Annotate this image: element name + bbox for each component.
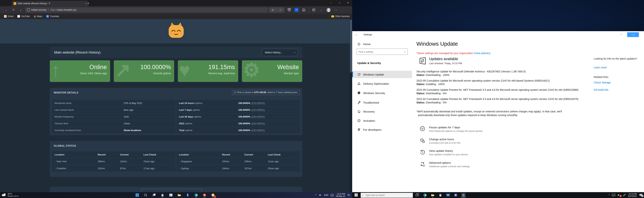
store-icon[interactable] (160, 193, 165, 197)
downloads-icon[interactable]: ↓ (319, 8, 324, 12)
check-storage-link[interactable]: Check Storage (594, 81, 611, 84)
volume-icon[interactable] (319, 194, 322, 196)
select-history-dropdown[interactable]: Select History... ▾ (262, 49, 298, 56)
task-view-button[interactable] (415, 193, 420, 197)
settings-gear-icon[interactable] (461, 193, 466, 197)
bookmark-gmail[interactable]: M Gmail (4, 15, 13, 18)
start-button[interactable] (354, 193, 358, 197)
new-tab-button[interactable]: + (88, 2, 89, 5)
find-a-setting-input[interactable] (357, 50, 404, 53)
bitwarden-extension-icon[interactable]: 🛡 (294, 8, 299, 12)
settings-minimize-button[interactable]: – (620, 33, 622, 36)
tray-chevron-up-icon[interactable]: ^ (315, 194, 316, 196)
taskbar-search-box[interactable]: ⌕ (360, 193, 413, 198)
store-icon[interactable] (438, 193, 442, 197)
read-aloud-icon[interactable]: A) (272, 9, 274, 11)
taskbar-search-input[interactable] (365, 194, 413, 197)
wrench-icon (357, 101, 360, 104)
remote-desktop-icon[interactable] (202, 193, 207, 197)
url-scheme: https:// (50, 9, 58, 11)
clock-right[interactable]: 10:15 PM5/27/2022 (628, 193, 637, 197)
sidebar-item-for-developers[interactable]: For developers (352, 126, 412, 133)
clock-left[interactable]: 12:15 PM28-May-22 (336, 193, 345, 197)
other-favorites[interactable]: Other favorites (329, 15, 350, 18)
search-highlight-box[interactable]: ⌕| (627, 32, 639, 37)
your-phone-icon[interactable] (186, 193, 190, 197)
addressbar-tools: A) ☆ (269, 7, 284, 13)
tab-close-icon[interactable]: × (85, 2, 87, 5)
learn-more-link[interactable]: Learn more (594, 66, 607, 69)
aside-looking-text: Looking for info on the latest updates? (594, 57, 640, 60)
refresh-icon[interactable]: ↻ (10, 8, 17, 12)
monitor-details-title: MONITOR DETAILS (54, 91, 78, 94)
show-locations-link[interactable]: Show locations (124, 129, 141, 132)
bookmark-translate[interactable]: G Translate (46, 15, 59, 18)
youtube-icon (18, 15, 20, 18)
recovery-icon (357, 110, 360, 113)
close-button[interactable]: ✕ (344, 0, 352, 6)
sidebar-item-recovery[interactable]: Recovery (352, 108, 412, 115)
view-policies-link[interactable]: (View policies) (474, 52, 490, 55)
network-icon[interactable] (612, 194, 615, 196)
file-explorer-icon[interactable] (430, 193, 435, 197)
favorite-star-icon[interactable]: ☆ (280, 9, 282, 11)
change-active-hours-action[interactable]: Change active hours Currently 8:00 AM to… (429, 138, 460, 144)
ublock-extension-icon[interactable]: UO (287, 8, 292, 12)
file-explorer-icon[interactable] (177, 193, 182, 197)
extensions-puzzle-icon[interactable] (302, 8, 306, 12)
advanced-options-icon (420, 161, 425, 167)
os-build-info-link[interactable]: OS build info (594, 88, 608, 91)
browser-tab[interactable]: Main website (Recent History) - F × (12, 1, 88, 6)
back-arrow-icon[interactable]: ← (355, 33, 358, 36)
view-update-history-action[interactable]: View update history See updates installe… (429, 149, 468, 156)
sidebar-item-home[interactable]: Home (352, 40, 412, 48)
mail-icon[interactable] (446, 193, 450, 197)
sidebar-item-windows-security[interactable]: Windows Security (352, 89, 412, 96)
task-view-button[interactable] (152, 193, 156, 197)
teams-icon[interactable] (454, 193, 458, 197)
sidebar-item-activation[interactable]: Activation (352, 117, 412, 124)
uptime-row: Last 7 days uptime:100.0000%(100.0000%) (176, 107, 300, 114)
discord-icon[interactable] (211, 193, 215, 197)
scrollbar-thumb[interactable] (350, 20, 352, 73)
up-status-icon: ↑ (179, 160, 180, 163)
advanced-options-action[interactable]: Advanced options Additional update contr… (429, 161, 470, 168)
weather-widget[interactable]: 32°Cมีแดดบางส่วน (2, 193, 18, 197)
start-button[interactable] (135, 193, 140, 197)
back-icon[interactable]: ← (2, 9, 10, 12)
detail-row: Currently monitored from:Show locations (52, 127, 176, 134)
keyboard-icon[interactable] (330, 194, 334, 196)
sidebar-item-windows-update[interactable]: Windows Update (352, 71, 412, 78)
browser-menu-icon[interactable]: ⋯ (334, 8, 338, 12)
settings-title: Settings (364, 33, 372, 36)
updates-available-icon (418, 57, 426, 65)
sync-icon (357, 73, 360, 76)
restore-button[interactable]: □ (335, 0, 344, 6)
page-scrollbar[interactable] (350, 19, 352, 192)
collections-icon[interactable] (312, 8, 316, 12)
tray-chevron-up-icon[interactable]: ^ (609, 194, 610, 196)
settings-window: ← Settings – ⌕| Home ⌕ Update & Security… (352, 31, 644, 192)
people-icon[interactable] (347, 194, 350, 196)
edge-icon[interactable] (423, 193, 427, 197)
find-a-setting-search[interactable]: ⌕ (356, 49, 408, 55)
action-center-icon[interactable]: 1 (639, 193, 642, 196)
bookmark-maps[interactable]: Maps (34, 15, 42, 18)
sidebar-item-troubleshoot[interactable]: Troubleshoot (352, 99, 412, 106)
volume-muted-icon[interactable]: ✕ (618, 194, 620, 196)
minimize-button[interactable]: – (327, 0, 335, 6)
pause-updates-action[interactable]: Pause updates for 7 days Visit Advanced … (429, 126, 482, 132)
taskbar-left-monitor: 32°Cมีแดดบางส่วน ^ ENG 12:15 PM28-May-22 (0, 192, 352, 198)
edge-icon[interactable] (194, 193, 198, 197)
photos-icon[interactable] (169, 193, 173, 197)
address-bar[interactable]: Added security | https://status.breadtm.… (25, 7, 268, 13)
location-row: ↑Singapore154ms206ms11sec ago (176, 158, 300, 165)
bookmark-youtube[interactable]: YouTube (18, 15, 30, 18)
search-button[interactable] (144, 193, 148, 197)
heartbeat-icon: ♥ (179, 60, 190, 81)
pen-icon[interactable] (623, 193, 626, 196)
language-indicator[interactable]: ENG (324, 194, 328, 196)
sidebar-item-delivery-optimization[interactable]: Delivery Optimization (352, 80, 412, 87)
home-icon[interactable]: ⌂ (17, 9, 24, 12)
profile-avatar[interactable] (326, 8, 331, 12)
